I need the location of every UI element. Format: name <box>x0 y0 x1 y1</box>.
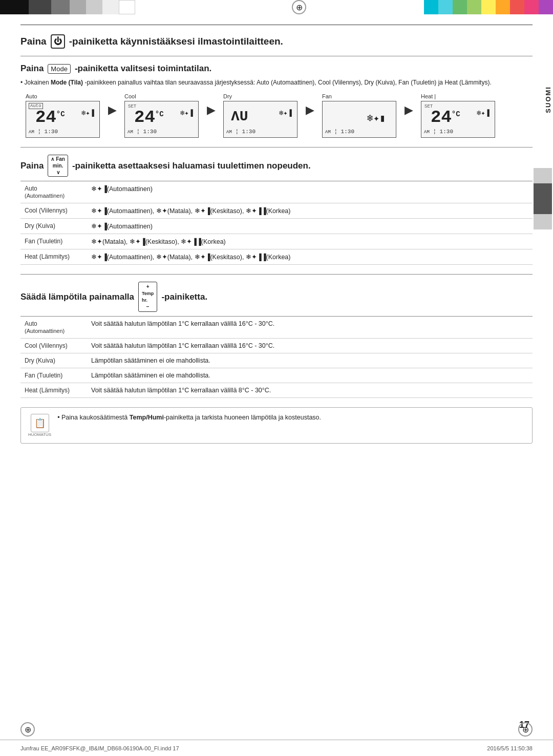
lcd-auto-tag: Auto <box>29 103 43 109</box>
color-pink <box>524 0 539 14</box>
arrow-1: ▶ <box>105 103 119 117</box>
sidebar-block-light2 <box>534 214 552 229</box>
temp-table: Auto(Automaattinen) Voit säätää halutun … <box>20 316 533 398</box>
lcd-cool-time: AM ¦ 1:30 <box>127 129 157 135</box>
lcd-fan-display: ❄✦▮ AM ¦ 1:30 <box>322 101 396 138</box>
lcd-fan-time: AM ¦ 1:30 <box>325 129 354 135</box>
lcd-auto-time: AM ¦ 1:30 <box>29 129 58 135</box>
temp-plus: + <box>146 283 150 290</box>
fan-speed-icon: ∧ Fan min. ∨ <box>48 155 68 177</box>
fan-icon-down: ∨ <box>56 169 60 176</box>
section1-paina: Paina <box>20 36 47 47</box>
lcd-dry-label: Dry <box>218 93 232 99</box>
bottom-marks: ⊕ ⊕ <box>0 722 553 737</box>
note-label: HUOMATUS <box>28 432 51 437</box>
fan-row-cool: Cool (Viilennys) ❄︎✦▐(Automaattinen), ❄︎… <box>20 203 533 219</box>
temp-mode-auto: Auto(Automaattinen) <box>20 317 87 339</box>
fan-speed-table: Auto(Automaattinen) ❄︎✦▐(Automaattinen) … <box>20 181 533 265</box>
lcd-auto: Auto Auto 24°C ❄✦▐ AM ¦ 1:30 <box>20 93 105 138</box>
section3-paina: Paina <box>20 161 44 171</box>
fan-mode-auto: Auto(Automaattinen) <box>20 181 87 203</box>
color-green <box>453 0 467 14</box>
temp-icon: + Temphr. − <box>138 282 157 312</box>
temp-desc-cool: Voit säätää halutun lämpötilan 1°C kerra… <box>87 339 533 353</box>
lcd-heat-display: SET 24°C ❄✦▐ AM ¦ 1:30 <box>421 101 495 138</box>
fan-icon-mid: min. <box>53 162 63 169</box>
color-block-3 <box>51 0 70 14</box>
lcd-heat-set: SET <box>424 104 433 109</box>
lcd-auto-fan: ❄✦▐ <box>81 109 94 117</box>
color-block-1 <box>0 0 29 14</box>
color-yellow <box>481 0 496 14</box>
lcd-heat: Heat | SET 24°C ❄✦▐ AM ¦ 1:30 <box>416 93 500 138</box>
section4-saada: Säädä lämpötila painamalla <box>20 292 134 302</box>
section3-text: -painiketta asettaaksesi haluamasi tuule… <box>72 161 311 171</box>
color-block-4 <box>70 0 86 14</box>
fan-desc-fan: ❄︎✦(Matala), ❄︎✦▐(Keskitaso), ❄︎✦▐▐(Kork… <box>87 234 533 249</box>
fan-mode-heat: Heat (Lämmitys) <box>20 249 87 265</box>
temp-row-dry: Dry (Kuiva) Lämpötilan säätäminen ei ole… <box>20 353 533 368</box>
arrow-2: ▶ <box>204 103 218 117</box>
bottom-right-mark: ⊕ <box>518 722 533 737</box>
top-bar-center: ⊕ <box>174 0 424 14</box>
bottom-right-text: 2016/5/5 11:50:38 <box>487 745 533 751</box>
section2-text: -painiketta valitsesi toimintatilan. <box>75 64 211 74</box>
top-color-bar: ⊕ <box>0 0 553 14</box>
temp-minus: − <box>146 303 150 310</box>
lcd-fan-label: Fan <box>317 93 332 99</box>
lcd-heat-label: Heat | <box>416 93 436 99</box>
note-icon: 📋 <box>31 414 49 432</box>
section4-heading: Säädä lämpötila painamalla + Temphr. − -… <box>20 282 533 312</box>
temp-row-heat: Heat (Lämmitys) Voit säätää halutun lämp… <box>20 383 533 398</box>
lcd-fan-icon: ❄✦▮ <box>367 112 386 124</box>
fan-icon-up: ∧ Fan <box>51 156 65 162</box>
fan-mode-fan: Fan (Tuuletin) <box>20 234 87 249</box>
lcd-dry-time: AM ¦ 1:30 <box>226 129 256 135</box>
lcd-fan: Fan ❄✦▮ AM ¦ 1:30 <box>317 93 401 138</box>
section1-text: -painiketta käynnistääksesi ilmastointil… <box>69 36 283 47</box>
temp-desc-heat: Voit säätää halutun lämpötilan 1°C kerra… <box>87 383 533 398</box>
lcd-heat-fan: ❄✦▐ <box>477 109 490 117</box>
right-color-blocks <box>424 0 553 14</box>
color-lime <box>467 0 481 14</box>
main-page: SUOMI Paina ⏻ -painiketta käynnistääkses… <box>20 25 533 731</box>
note-box: 📋 HUOMATUS • Paina kaukosäätimestä Temp/… <box>20 407 533 444</box>
lcd-auto-label: Auto <box>20 93 37 99</box>
color-purple <box>539 0 553 14</box>
section2-paina: Paina <box>20 64 44 74</box>
bottom-left-text: Junfrau EE_AR09FSFK@_IB&IM_DB68-06190A-0… <box>20 745 179 751</box>
temp-row-cool: Cool (Viilennys) Voit säätää halutun läm… <box>20 339 533 353</box>
fan-mode-cool: Cool (Viilennys) <box>20 203 87 219</box>
temp-mode-cool: Cool (Viilennys) <box>20 339 87 353</box>
temp-row-auto: Auto(Automaattinen) Voit säätää halutun … <box>20 317 533 339</box>
section1-heading: Paina ⏻ -painiketta käynnistääksesi ilma… <box>20 34 533 49</box>
temp-row-fan: Fan (Tuuletin) Lämpötilan säätäminen ei … <box>20 368 533 383</box>
lcd-display-row: Auto Auto 24°C ❄✦▐ AM ¦ 1:30 ▶ Cool SET … <box>20 93 533 138</box>
lcd-dry: Dry ΛU ❄✦▐ AM ¦ 1:30 <box>218 93 303 138</box>
top-compass-mark: ⊕ <box>292 0 306 14</box>
color-block-5 <box>86 0 102 14</box>
lcd-heat-time: AM ¦ 1:30 <box>424 129 453 135</box>
divider-2 <box>20 147 533 148</box>
fan-mode-dry: Dry (Kuiva) <box>20 219 87 234</box>
temp-desc-dry: Lämpötilan säätäminen ei ole mahdollista… <box>87 353 533 368</box>
sidebar-blocks <box>534 168 552 229</box>
mode-icon: Mode <box>48 64 71 74</box>
color-red <box>510 0 524 14</box>
temp-mode-dry: Dry (Kuiva) <box>20 353 87 368</box>
color-teal <box>438 0 453 14</box>
temp-label: Temphr. <box>142 290 154 303</box>
color-block-7 <box>119 0 135 14</box>
fan-desc-heat: ❄︎✦▐(Automaattinen), ❄︎✦(Matala), ❄︎✦▐(K… <box>87 249 533 265</box>
color-block-2 <box>29 0 51 14</box>
color-cyan <box>424 0 438 14</box>
fan-desc-cool: ❄︎✦▐(Automaattinen), ❄︎✦(Matala), ❄︎✦▐(K… <box>87 203 533 219</box>
fan-row-dry: Dry (Kuiva) ❄︎✦▐(Automaattinen) <box>20 219 533 234</box>
fan-desc-dry: ❄︎✦▐(Automaattinen) <box>87 219 533 234</box>
section4-text: -painiketta. <box>161 292 207 302</box>
lcd-cool-fan: ❄✦▐ <box>180 109 193 117</box>
divider-3 <box>20 274 533 275</box>
sidebar-block-dark <box>534 183 552 214</box>
fan-row-auto: Auto(Automaattinen) ❄︎✦▐(Automaattinen) <box>20 181 533 203</box>
fan-desc-auto: ❄︎✦▐(Automaattinen) <box>87 181 533 203</box>
